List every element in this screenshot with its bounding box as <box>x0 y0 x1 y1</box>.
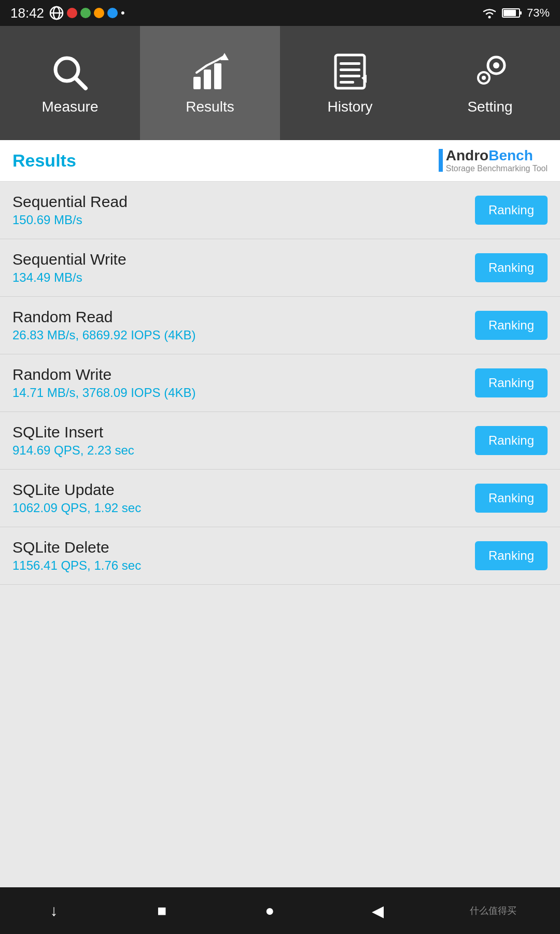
nav-recent-button[interactable]: ■ <box>146 895 177 926</box>
result-name: Random Read <box>12 308 196 326</box>
logo-text-block: AndroBench Storage Benchmarking Tool <box>446 148 548 173</box>
nav-down-button[interactable]: ↓ <box>38 895 69 926</box>
result-item: SQLite Update 1062.09 QPS, 1.92 sec Rank… <box>0 470 560 527</box>
result-item: SQLite Delete 1156.41 QPS, 1.76 sec Rank… <box>0 527 560 585</box>
battery-icon <box>502 7 523 19</box>
status-bar-right: 73% <box>481 6 550 20</box>
globe-icon <box>49 6 64 20</box>
svg-rect-14 <box>340 62 360 65</box>
result-name: SQLite Update <box>12 481 141 499</box>
svg-point-20 <box>493 62 499 68</box>
nav-back-button[interactable]: ◀ <box>362 895 393 926</box>
result-value: 1062.09 QPS, 1.92 sec <box>12 501 141 515</box>
nav-item-results[interactable]: Results <box>140 26 280 140</box>
result-item: Random Write 14.71 MB/s, 3768.09 IOPS (4… <box>0 354 560 412</box>
result-value: 26.83 MB/s, 6869.92 IOPS (4KB) <box>12 328 196 342</box>
measure-icon <box>49 51 91 92</box>
ranking-button[interactable]: Ranking <box>475 196 548 225</box>
bottom-nav: ↓ ■ ● ◀ 什么值得买 <box>0 887 560 934</box>
svg-point-22 <box>482 76 486 80</box>
nav-history-label: History <box>327 99 372 115</box>
result-name: Random Write <box>12 366 196 383</box>
nav-setting-label: Setting <box>467 99 512 115</box>
result-item: Random Read 26.83 MB/s, 6869.92 IOPS (4K… <box>0 297 560 354</box>
status-bar: 18:42 • 73% <box>0 0 560 26</box>
svg-rect-17 <box>340 81 354 84</box>
result-name: SQLite Insert <box>12 423 134 441</box>
result-name: SQLite Delete <box>12 539 141 556</box>
status-bar-left: 18:42 • <box>10 5 125 21</box>
result-info: SQLite Update 1062.09 QPS, 1.92 sec <box>12 481 141 515</box>
ranking-button[interactable]: Ranking <box>475 426 548 455</box>
ranking-button[interactable]: Ranking <box>475 368 548 397</box>
result-name: Sequential Write <box>12 251 127 268</box>
ranking-button[interactable]: Ranking <box>475 484 548 513</box>
result-value: 134.49 MB/s <box>12 270 127 285</box>
ranking-button[interactable]: Ranking <box>475 311 548 340</box>
nav-item-setting[interactable]: Setting <box>420 26 560 140</box>
logo-sub: Storage Benchmarking Tool <box>446 164 548 173</box>
svg-rect-5 <box>520 11 522 15</box>
results-list: Sequential Read 150.69 MB/s Ranking Sequ… <box>0 182 560 887</box>
battery-text: 73% <box>527 6 550 20</box>
watermark: 什么值得买 <box>470 904 516 917</box>
result-value: 14.71 MB/s, 3768.09 IOPS (4KB) <box>12 386 196 400</box>
ranking-button[interactable]: Ranking <box>475 541 548 570</box>
results-icon <box>189 51 231 92</box>
svg-rect-11 <box>214 63 221 89</box>
svg-rect-9 <box>193 77 201 89</box>
result-info: Random Read 26.83 MB/s, 6869.92 IOPS (4K… <box>12 308 196 342</box>
wifi-icon <box>481 6 498 20</box>
result-info: Sequential Read 150.69 MB/s <box>12 193 128 227</box>
svg-rect-10 <box>204 70 211 89</box>
result-info: SQLite Insert 914.69 QPS, 2.23 sec <box>12 423 134 458</box>
androbench-logo: AndroBench Storage Benchmarking Tool <box>439 148 548 173</box>
svg-rect-6 <box>503 10 516 16</box>
nav-item-history[interactable]: History <box>280 26 420 140</box>
result-value: 150.69 MB/s <box>12 213 128 227</box>
nav-bar: Measure Results History <box>0 26 560 140</box>
result-info: Sequential Write 134.49 MB/s <box>12 251 127 285</box>
color-dot-green <box>80 8 91 18</box>
logo-main: AndroBench <box>446 148 533 164</box>
svg-rect-16 <box>340 75 360 77</box>
ranking-button[interactable]: Ranking <box>475 253 548 282</box>
svg-point-3 <box>488 16 491 19</box>
results-title: Results <box>12 150 76 171</box>
color-dot-orange <box>94 8 104 18</box>
svg-rect-15 <box>340 68 360 71</box>
status-icons: • <box>49 6 125 20</box>
logo-bar <box>439 149 443 172</box>
svg-line-8 <box>75 78 86 88</box>
nav-item-measure[interactable]: Measure <box>0 26 140 140</box>
color-dot-blue <box>107 8 118 18</box>
dot-indicator: • <box>121 6 125 20</box>
setting-icon <box>469 51 511 92</box>
result-item: SQLite Insert 914.69 QPS, 2.23 sec Ranki… <box>0 412 560 470</box>
history-icon <box>329 51 371 92</box>
color-dot-red <box>67 8 77 18</box>
result-info: Random Write 14.71 MB/s, 3768.09 IOPS (4… <box>12 366 196 400</box>
result-value: 1156.41 QPS, 1.76 sec <box>12 558 141 573</box>
result-item: Sequential Write 134.49 MB/s Ranking <box>0 239 560 297</box>
results-header: Results AndroBench Storage Benchmarking … <box>0 140 560 182</box>
nav-results-label: Results <box>186 99 234 115</box>
result-info: SQLite Delete 1156.41 QPS, 1.76 sec <box>12 539 141 573</box>
result-item: Sequential Read 150.69 MB/s Ranking <box>0 182 560 239</box>
result-value: 914.69 QPS, 2.23 sec <box>12 443 134 458</box>
result-name: Sequential Read <box>12 193 128 211</box>
nav-home-button[interactable]: ● <box>254 895 285 926</box>
nav-measure-label: Measure <box>42 99 99 115</box>
status-time: 18:42 <box>10 5 44 21</box>
